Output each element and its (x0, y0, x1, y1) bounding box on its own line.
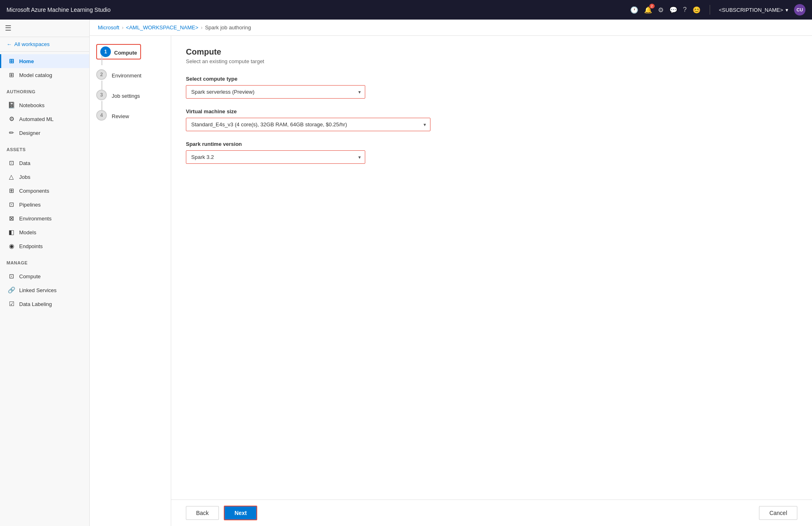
components-icon: ⊞ (8, 187, 15, 194)
account-chevron-icon: ▾ (786, 7, 788, 13)
designer-icon: ✏ (8, 129, 15, 136)
sidebar-item-linked-services[interactable]: 🔗 Linked Services (0, 283, 89, 297)
wizard-step-job-settings: 3 Job settings (96, 90, 164, 100)
home-icon: ⊞ (8, 57, 15, 65)
sidebar-section-home: ⊞ Home ⊞ Model catalog (0, 52, 89, 84)
wizard-connector-2 (102, 81, 102, 90)
sidebar-item-pipelines[interactable]: ⊡ Pipelines (0, 198, 89, 211)
feedback-icon[interactable]: 💬 (669, 6, 677, 14)
vm-size-field: Virtual machine size Standard_E4s_v3 (4 … (186, 108, 797, 131)
account-selector[interactable]: <SUBSCRIPTION_NAME> ▾ (719, 7, 789, 13)
compute-type-label: Select compute type (186, 76, 797, 82)
sidebar-item-models-label: Models (19, 229, 36, 235)
endpoints-icon: ◉ (8, 242, 15, 250)
wizard-step-review: 4 Review (96, 110, 164, 121)
sidebar-item-data-label: Data (19, 160, 30, 166)
sidebar-item-compute[interactable]: ⊡ Compute (0, 269, 89, 283)
sidebar-item-components[interactable]: ⊞ Components (0, 184, 89, 198)
hamburger-icon[interactable]: ☰ (5, 24, 11, 33)
sidebar-item-data[interactable]: ⊡ Data (0, 156, 89, 170)
breadcrumb-workspace[interactable]: <AML_WORKSPACE_NAME> (126, 24, 198, 31)
sidebar-item-notebooks-label: Notebooks (19, 102, 44, 108)
sidebar-section-authoring: 📓 Notebooks ⚙ Automated ML ✏ Designer (0, 96, 89, 142)
notification-icon[interactable]: 🔔 2 (644, 6, 652, 14)
wizard-step-compute: 1 Compute (96, 44, 164, 59)
back-arrow-icon: ← (7, 41, 12, 47)
form-subtitle: Select an existing compute target (186, 58, 797, 64)
model-catalog-icon: ⊞ (8, 71, 15, 79)
jobs-icon: △ (8, 173, 15, 180)
linked-services-icon: 🔗 (8, 286, 15, 294)
sidebar-item-home-label: Home (19, 58, 34, 64)
sidebar-item-compute-label: Compute (19, 273, 41, 280)
breadcrumb-microsoft[interactable]: Microsoft (98, 24, 119, 31)
all-workspaces-label: All workspaces (14, 41, 50, 47)
sidebar-item-endpoints[interactable]: ◉ Endpoints (0, 239, 89, 253)
settings-icon[interactable]: ⚙ (658, 6, 664, 14)
compute-type-select[interactable]: Spark serverless (Preview) (186, 86, 365, 98)
notification-badge: 2 (649, 4, 655, 9)
wizard-step-2-circle: 2 (96, 69, 107, 80)
sidebar-item-jobs-label: Jobs (19, 174, 30, 180)
wizard-panel: 1 Compute 2 Environment (90, 36, 171, 526)
back-button[interactable]: Back (186, 506, 219, 520)
wizard-step-1-box: 1 Compute (96, 44, 141, 59)
nav-divider (710, 5, 710, 15)
sidebar-item-jobs[interactable]: △ Jobs (0, 170, 89, 184)
sidebar: ☰ ← All workspaces ⊞ Home ⊞ Model catalo… (0, 20, 90, 526)
breadcrumb-sep-2: › (201, 24, 203, 31)
sidebar-item-home[interactable]: ⊞ Home (0, 54, 89, 68)
breadcrumb-sep-1: › (122, 24, 124, 31)
sidebar-item-designer-label: Designer (19, 130, 40, 136)
sidebar-top: ☰ (0, 20, 89, 37)
avatar[interactable]: CU (794, 4, 805, 15)
environments-icon: ⊠ (8, 215, 15, 222)
compute-type-field: Select compute type Spark serverless (Pr… (186, 76, 797, 99)
sidebar-item-designer[interactable]: ✏ Designer (0, 126, 89, 140)
sidebar-item-models[interactable]: ◧ Models (0, 225, 89, 239)
sidebar-item-linked-services-label: Linked Services (19, 287, 57, 293)
models-icon: ◧ (8, 229, 15, 236)
app-title: Microsoft Azure Machine Learning Studio (7, 7, 630, 13)
breadcrumb: Microsoft › <AML_WORKSPACE_NAME> › Spark… (90, 20, 812, 36)
compute-manage-icon: ⊡ (8, 273, 15, 280)
sidebar-all-workspaces[interactable]: ← All workspaces (0, 37, 89, 52)
wizard-step-environment: 2 Environment (96, 69, 164, 80)
next-button[interactable]: Next (224, 506, 257, 520)
user-icon[interactable]: 😊 (693, 6, 701, 14)
cancel-button[interactable]: Cancel (759, 506, 797, 520)
sidebar-item-data-labeling[interactable]: ☑ Data Labeling (0, 297, 89, 311)
spark-version-select[interactable]: Spark 3.2 (186, 151, 365, 163)
spark-version-select-wrapper: Spark 3.2 ▾ (186, 150, 365, 164)
top-nav-icons: 🕐 🔔 2 ⚙ 💬 ? 😊 <SUBSCRIPTION_NAME> ▾ CU (630, 4, 805, 15)
bottom-bar: Back Next Cancel (171, 500, 812, 526)
sidebar-item-environments[interactable]: ⊠ Environments (0, 211, 89, 225)
notebooks-icon: 📓 (8, 101, 15, 109)
data-icon: ⊡ (8, 159, 15, 167)
account-name: <SUBSCRIPTION_NAME> (719, 7, 783, 13)
sidebar-item-model-catalog-label: Model catalog (19, 72, 52, 78)
sidebar-item-components-label: Components (19, 188, 49, 194)
pipelines-icon: ⊡ (8, 201, 15, 208)
form-area: Compute Select an existing compute targe… (171, 36, 812, 500)
wizard-connector-3 (102, 101, 102, 111)
form-title: Compute (186, 47, 797, 57)
content-area: Microsoft › <AML_WORKSPACE_NAME> › Spark… (90, 20, 812, 526)
sidebar-item-automated-ml[interactable]: ⚙ Automated ML (0, 112, 89, 126)
wizard-step-2-label: Environment (112, 71, 141, 79)
history-icon[interactable]: 🕐 (630, 6, 638, 14)
data-labeling-icon: ☑ (8, 300, 15, 308)
sidebar-section-manage: ⊡ Compute 🔗 Linked Services ☑ Data Label… (0, 267, 89, 313)
sidebar-item-model-catalog[interactable]: ⊞ Model catalog (0, 68, 89, 82)
spark-version-label: Spark runtime version (186, 141, 797, 147)
wizard-step-4-circle: 4 (96, 110, 107, 121)
sidebar-item-notebooks[interactable]: 📓 Notebooks (0, 98, 89, 112)
help-icon[interactable]: ? (683, 6, 687, 13)
main-layout: ☰ ← All workspaces ⊞ Home ⊞ Model catalo… (0, 20, 812, 526)
vm-size-label: Virtual machine size (186, 108, 797, 114)
automated-ml-icon: ⚙ (8, 115, 15, 123)
vm-size-select[interactable]: Standard_E4s_v3 (4 core(s), 32GB RAM, 64… (186, 118, 430, 131)
sidebar-section-assets: ⊡ Data △ Jobs ⊞ Components ⊡ Pipelines ⊠… (0, 154, 89, 255)
sidebar-item-data-labeling-label: Data Labeling (19, 301, 52, 307)
sidebar-item-automated-ml-label: Automated ML (19, 116, 54, 122)
